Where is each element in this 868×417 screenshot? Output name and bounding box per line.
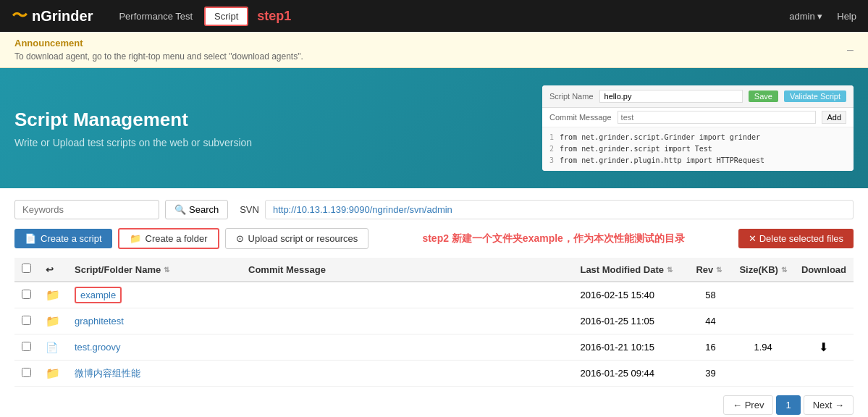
file-icon: 📄 (25, 233, 36, 244)
sort-date-icon: ⇅ (667, 266, 673, 274)
pagination: ← Prev 1 Next → (14, 387, 854, 417)
upload-icon: ⊙ (236, 233, 244, 244)
nav-performance-test[interactable]: Performance Test (110, 7, 201, 26)
announcement-text: To download agent, go to the right-top m… (14, 51, 303, 62)
action-bar: 📄 Create a script 📁 Create a folder ⊙ Up… (14, 228, 854, 249)
search-icon: 🔍 (174, 204, 186, 215)
logo: 〜 nGrinder (12, 5, 93, 27)
search-input[interactable] (14, 200, 159, 219)
row-date: 2016-02-15 15:40 (573, 282, 688, 308)
preview-header: Script Name Save Validate Script (542, 85, 854, 108)
table-row: 📁 example 2016-02-15 15:40 58 (14, 282, 854, 308)
select-all-checkbox[interactable] (22, 264, 31, 273)
row-size (732, 282, 793, 308)
th-size: Size(KB) ⇅ (732, 258, 793, 282)
create-script-button[interactable]: 📄 Create a script (14, 229, 112, 248)
table-header-row: ↩ Script/Folder Name ⇅ Commit Message La… (14, 258, 854, 282)
row-checkbox[interactable] (22, 290, 31, 299)
banner-title: Script Management (14, 109, 513, 131)
th-date: Last Modified Date ⇅ (573, 258, 688, 282)
commit-input[interactable] (618, 111, 817, 124)
file-link[interactable]: graphitetest (75, 316, 124, 327)
script-name-label: Script Name (549, 92, 594, 101)
nav-help[interactable]: Help (837, 11, 856, 22)
next-page-button[interactable]: Next → (804, 395, 854, 415)
preview-code: 1from net.grinder.script.Grinder import … (542, 127, 854, 171)
script-name-input[interactable] (599, 90, 743, 103)
nav-right: admin ▾ Help (789, 11, 856, 22)
commit-label: Commit Message (549, 113, 612, 122)
logo-text: nGrinder (32, 8, 93, 25)
row-size: 1.94 (732, 334, 793, 361)
row-download: ⬇ (794, 334, 854, 361)
row-rev: 58 (688, 282, 732, 308)
nav-admin[interactable]: admin ▾ (789, 11, 822, 22)
file-link[interactable]: 微博内容组性能 (75, 368, 140, 379)
code-line-2: 2from net.grinder.script import Test (549, 143, 846, 155)
folder-row-icon: 📁 (46, 367, 60, 379)
announcement-bar: Announcement To download agent, go to th… (0, 32, 868, 68)
logo-icon: 〜 (12, 5, 28, 27)
preview-save-btn[interactable]: Save (749, 90, 778, 102)
nav-links: Performance Test Script step1 (110, 7, 772, 26)
back-arrow-icon[interactable]: ↩ (46, 264, 54, 275)
th-name: Script/Folder Name ⇅ (67, 258, 241, 282)
search-bar: 🔍 Search SVN http://10.13.1.139:9090/ngr… (14, 200, 854, 219)
row-rev: 39 (688, 361, 732, 387)
folder-icon: 📁 (130, 233, 141, 244)
prev-page-button[interactable]: ← Prev (723, 395, 773, 415)
th-checkbox (14, 258, 38, 282)
sort-rev-icon: ⇅ (716, 266, 722, 274)
th-rev: Rev ⇅ (688, 258, 732, 282)
preview-commit-row: Commit Message Add (542, 108, 854, 127)
file-link-highlighted[interactable]: example (75, 287, 122, 303)
row-rev: 16 (688, 334, 732, 361)
download-icon[interactable]: ⬇ (819, 341, 828, 353)
announcement-title: Announcement (14, 38, 303, 49)
code-line-1: 1from net.grinder.script.Grinder import … (549, 132, 846, 143)
row-checkbox[interactable] (22, 316, 31, 325)
row-date: 2016-01-25 11:05 (573, 308, 688, 334)
svn-url[interactable]: http://10.13.1.139:9090/ngrinder/svn/adm… (265, 200, 854, 219)
svn-label: SVN (240, 204, 259, 215)
table-row: 📁 微博内容组性能 2016-01-25 09:44 39 (14, 361, 854, 387)
script-management-banner: Script Management Write or Upload test s… (0, 68, 868, 188)
code-line-3: 3from net.grinder.plugin.http import HTT… (549, 155, 846, 167)
upload-button[interactable]: ⊙ Upload script or resources (225, 228, 369, 249)
top-nav: 〜 nGrinder Performance Test Script step1… (0, 0, 868, 32)
row-download (794, 361, 854, 387)
preview-validate-btn[interactable]: Validate Script (784, 90, 846, 102)
file-table-body: 📁 example 2016-02-15 15:40 58 📁 graphite… (14, 282, 854, 387)
page-1-button[interactable]: 1 (776, 395, 800, 415)
search-button[interactable]: 🔍 Search (165, 200, 228, 219)
file-link[interactable]: test.groovy (75, 342, 121, 353)
row-size (732, 361, 793, 387)
row-date: 2016-01-21 10:15 (573, 334, 688, 361)
row-download (794, 308, 854, 334)
nav-step: step1 (257, 9, 291, 24)
delete-selected-button[interactable]: ✕ Delete selected files (738, 229, 854, 248)
announcement-close[interactable]: – (847, 43, 854, 56)
row-size (732, 308, 793, 334)
announcement-content: Announcement To download agent, go to th… (14, 38, 303, 62)
nav-script[interactable]: Script (204, 7, 248, 26)
sort-size-icon: ⇅ (781, 266, 787, 274)
folder-row-icon: 📁 (46, 315, 60, 327)
sort-name-icon: ⇅ (164, 266, 169, 274)
banner-left: Script Management Write or Upload test s… (14, 109, 513, 148)
th-back-icon: ↩ (38, 258, 67, 282)
preview-add-btn[interactable]: Add (822, 111, 846, 124)
create-folder-button[interactable]: 📁 Create a folder (118, 228, 219, 249)
file-row-icon: 📄 (46, 342, 58, 353)
row-checkbox[interactable] (22, 368, 31, 377)
row-date: 2016-01-25 09:44 (573, 361, 688, 387)
folder-row-icon: 📁 (46, 289, 60, 301)
banner-subtitle: Write or Upload test scripts on the web … (14, 137, 513, 148)
row-rev: 44 (688, 308, 732, 334)
table-row: 📄 test.groovy 2016-01-21 10:15 16 1.94 ⬇ (14, 334, 854, 361)
step2-annotation: step2 新建一个文件夹example，作为本次性能测试的目录 (380, 232, 727, 245)
th-download: Download (794, 258, 854, 282)
row-checkbox[interactable] (22, 342, 31, 351)
table-row: 📁 graphitetest 2016-01-25 11:05 44 (14, 308, 854, 334)
row-download (794, 282, 854, 308)
